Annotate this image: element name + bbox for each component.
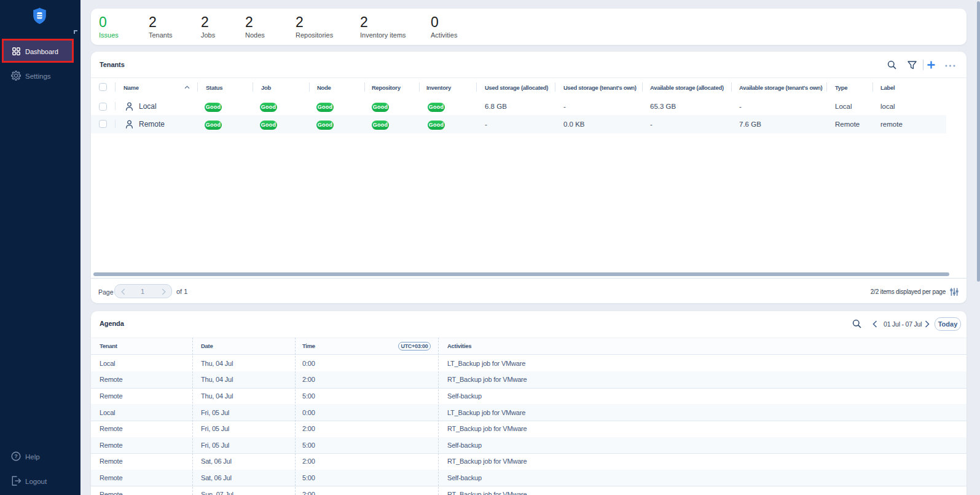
svg-text:?: ? [14, 453, 18, 459]
